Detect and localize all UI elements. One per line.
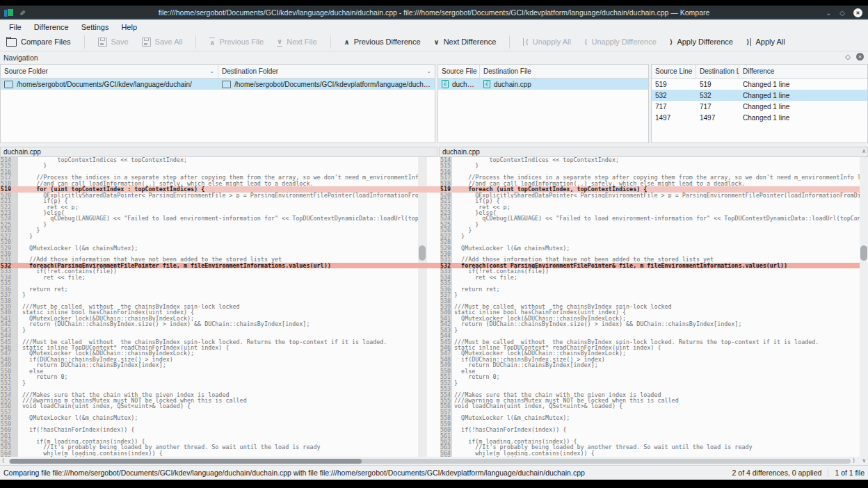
line-number-right: 545 [440, 339, 452, 345]
code-row-533: 533 if(!ret.contains(file))533 if(!ret.c… [0, 268, 860, 274]
pane-gap [427, 398, 440, 403]
source-pane-scrollbar-track-segment [418, 204, 427, 210]
code-row-561: 561561 [0, 433, 860, 439]
source-pane-scrollbar-track-segment [418, 304, 427, 309]
source-pane-scrollbar-track-segment [418, 392, 427, 398]
column-header-label: Source Folder [4, 67, 48, 75]
next-file-button: ∨ Next File [277, 38, 317, 47]
horizontal-scrollbar-thumb[interactable] [10, 459, 362, 464]
code-line-left [18, 409, 418, 415]
pane-gap [427, 245, 440, 251]
scroll-up-icon[interactable]: ∧ [862, 148, 866, 154]
code-line-right: topContextIndices << topContextIndex; [452, 157, 619, 163]
line-number-right: 549 [440, 362, 452, 368]
code-line-left: }else{ [18, 210, 418, 215]
apply-all-button[interactable]: ⟩ Apply All [746, 38, 785, 46]
dock-close-icon[interactable]: ✕ [856, 53, 864, 60]
close-button[interactable]: ✕ [853, 8, 862, 17]
menu-difference[interactable]: Difference [28, 22, 75, 33]
line-number-right: 524 [440, 215, 452, 221]
source-file-column-header[interactable]: Source File ⌄ [438, 65, 480, 78]
scroll-down-icon[interactable]: ∨ [860, 457, 868, 465]
apply-difference-button[interactable]: ⟩ Apply Difference [670, 38, 733, 46]
code-row-553: 553553 [0, 386, 860, 391]
line-number-right: 521 [440, 198, 452, 204]
next-difference-button[interactable]: ∨ Next Difference [434, 38, 497, 46]
destination-pane-scrollbar-thumb[interactable] [860, 245, 867, 261]
destination-pane-scrollbar[interactable] [860, 157, 867, 457]
line-number-left: 525 [0, 222, 18, 227]
code-row-556: 556void loadChain(uint index, QSet<uint>… [0, 403, 860, 409]
code-line-right: return DUChain::chainsByIndex[index]; [452, 362, 598, 368]
code-line-right: if(m_loading.contains(index)) { [452, 439, 577, 444]
code-row-532[interactable]: 532 foreach(ParsingEnvironmentFilePointe… [0, 263, 860, 268]
minimize-button[interactable]: ⌄ [826, 8, 831, 17]
line-number-left: 528 [0, 239, 18, 245]
pane-gap [427, 309, 440, 315]
line-number-right: 547 [440, 350, 452, 356]
source-folder-column-header[interactable]: Source Folder ⌄ [1, 65, 218, 78]
pane-gap [427, 268, 440, 274]
source-pane-scrollbar-track-segment [418, 450, 427, 456]
difference-row[interactable]: 519 519 Changed 1 line [652, 79, 867, 90]
pane-gap [427, 444, 440, 450]
source-pane-scrollbar-track-segment [418, 444, 427, 450]
pane-gap [427, 333, 440, 339]
difference-row[interactable]: 717 717 Changed 1 line [652, 101, 867, 112]
source-pane-scrollbar-track-segment [418, 321, 427, 327]
pane-gap [427, 169, 440, 174]
destination-folder-column-header[interactable]: Destination Folder ⌄ [218, 65, 435, 78]
scroll-left-icon[interactable]: ⟨ [2, 457, 4, 464]
source-file-cell: duchain.cpp [438, 80, 480, 88]
line-number-left: 548 [0, 357, 18, 362]
line-number-right: 563 [440, 444, 452, 450]
code-line-left: //It's probably being loaded by another … [18, 444, 418, 450]
difference-column-header[interactable]: Difference [739, 65, 867, 78]
code-line-left: } [18, 327, 418, 333]
line-number-left: 533 [0, 268, 18, 274]
code-row-518: 518 //and can call loadInformation(..) s… [0, 181, 860, 186]
line-number-right: 552 [440, 380, 452, 386]
source-pane-scrollbar-track-segment [418, 403, 427, 409]
difference-row-selected[interactable]: 532 532 Changed 1 line [652, 90, 867, 101]
destination-line-column-header[interactable]: Destination Line [696, 65, 739, 78]
horizontal-scrollbar[interactable]: ⟨ ⟩ [0, 457, 860, 465]
file-row[interactable]: duchain.cpp duchain.cpp [438, 79, 648, 90]
pane-gap [427, 263, 440, 268]
line-number-right: 561 [440, 433, 452, 439]
destination-line: 519 [696, 81, 739, 88]
source-pane-scrollbar-thumb[interactable] [419, 245, 426, 261]
source-pane-scrollbar-track-segment [418, 169, 427, 174]
code-row-519[interactable]: 519 for (uint topContextIndex : topConte… [0, 186, 860, 192]
dock-float-icon[interactable]: ◇ [845, 53, 851, 60]
scroll-right-icon[interactable]: ⟩ [853, 457, 855, 464]
folder-row[interactable]: /home/sergobot/Documents/GCI/kdev/langua… [1, 79, 435, 90]
code-line-left: if(!hasChainForIndex(index)) { [18, 427, 418, 432]
line-number-right: 553 [440, 386, 452, 391]
menu-settings[interactable]: Settings [75, 22, 115, 33]
code-line-left: if(!ret.contains(file)) [18, 268, 418, 274]
menu-help[interactable]: Help [115, 22, 143, 33]
button-label: Apply All [755, 38, 785, 46]
destination-file-column-header[interactable]: Destination File [480, 65, 648, 78]
code-row-528: 528528 [0, 239, 860, 245]
compare-files-button[interactable]: Compare Files [6, 37, 71, 47]
pane-gap [427, 339, 440, 345]
previous-file-button: ∧ Previous File [209, 38, 264, 47]
menu-file[interactable]: File [3, 22, 28, 33]
source-pane-scrollbar-track-segment [418, 409, 427, 415]
pane-gap [427, 222, 440, 227]
code-row-548: 548 if(DUChain::chainsByIndex.size() > i… [0, 357, 860, 362]
code-line-right [452, 433, 454, 439]
previous-difference-button[interactable]: ∧ Previous Difference [344, 38, 421, 46]
line-number-right: 564 [440, 450, 452, 456]
line-number-left: 529 [0, 245, 18, 251]
difference-row[interactable]: 1497 1497 Changed 1 line [652, 112, 867, 123]
code-line-right: } [452, 234, 465, 239]
code-row-555: 555///@warning m_chainsMutex must NOT be… [0, 398, 860, 403]
difference-description: Changed 1 line [739, 92, 867, 99]
maximize-button[interactable]: ◇ [839, 8, 845, 17]
code-row-523: 523 }else{523 }else{ [0, 210, 860, 215]
chevron-right-bar-icon: ⟩ [746, 38, 752, 46]
source-line-column-header[interactable]: Source Line ⌄ [652, 65, 696, 78]
